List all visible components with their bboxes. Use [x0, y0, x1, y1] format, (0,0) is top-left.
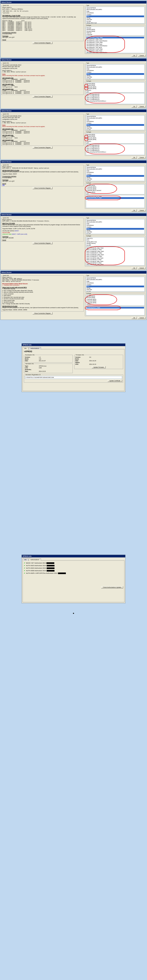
list-item[interactable]: Airbag: [86, 177, 144, 178]
list-item[interactable]: Dash BSI: [86, 127, 144, 129]
cancel-button[interactable]: Cancel: [138, 267, 145, 269]
list-item[interactable]: SPC560P44L3_Code_Flash: [86, 37, 144, 38]
list-item[interactable]: MPC<Configuration/A>: [86, 94, 144, 95]
list-item[interactable]: Microcontrollers MCU/MPU: [86, 169, 144, 170]
list-item[interactable]: Microcontrollers MCU/MPU: [86, 279, 144, 280]
list-item[interactable]: Data: [86, 68, 144, 70]
list-item[interactable]: MAC7116MAG50_Data_Flash: [86, 251, 144, 252]
list-item[interactable]: Microcontrollers MCU/MPU: [86, 118, 144, 119]
list-item[interactable]: SPC560P44L3_Data_Flash/Shadow: [86, 40, 144, 42]
list-item[interactable]: Renault (8024): [86, 295, 144, 297]
subtype-range-list[interactable]: Renault (8024)Renault (8048)Freescale (8…: [86, 133, 145, 143]
list-item[interactable]: Data: [86, 281, 144, 282]
list-item[interactable]: Airbag (MCC bus): [86, 22, 144, 24]
type-list[interactable]: Serial EEPROMMicrocontrollers MCU/MPUDat…: [86, 64, 145, 79]
subtype-device-list[interactable]: MPC<Configuration/A>MPC<Configuration/B>…: [86, 93, 145, 104]
list-item[interactable]: SPC560P44L5_Data_Flash: [86, 43, 144, 45]
list-item[interactable]: Airbag (MCC bus): [86, 241, 144, 243]
list-item[interactable]: Airbag: [86, 75, 144, 76]
show-connection-btn[interactable]: Show Connection Diagram: [32, 187, 52, 189]
check-auth-btn[interactable]: Check Authorizations Updates: [101, 586, 123, 589]
list-item[interactable]: Renault (8048): [86, 30, 144, 32]
list-item[interactable]: Airbag (Carbus): [86, 243, 144, 244]
list-item[interactable]: MPC<External EEPROM M95xxx>: [86, 151, 144, 153]
list-item[interactable]: MAC7141VAG50_Data_Flash: [86, 264, 144, 266]
list-item[interactable]: MAC7131VAF50_P_Flash: [86, 259, 144, 261]
list-item[interactable]: SPC560P50L3_Data_Flash/Shadow: [86, 52, 144, 53]
list-item[interactable]: MAC7141VAF50_P_Flash: [86, 262, 144, 264]
subtype-device-list[interactable]: SPC560P44L3_Code_FlashSPC560P44L3_Data_F…: [86, 36, 145, 53]
list-item[interactable]: SPC560P50L3_Data_Flash: [86, 50, 144, 52]
list-item[interactable]: Renault (8024): [86, 83, 144, 84]
type-list[interactable]: Serial EEPROMMicrocontrollers MCU/MPUDat…: [86, 166, 145, 181]
show-connection-btn[interactable]: Show Connection Diagram: [32, 146, 52, 149]
list-item[interactable]: MAC7111VAG50_P_Flash: [86, 249, 144, 250]
list-item[interactable]: Microcontrollers MCU/MPU: [86, 67, 144, 68]
list-item[interactable]: SPC560P44L5_Code_Flash: [86, 42, 144, 43]
update-firmware-btn[interactable]: Update Firmware: [92, 366, 106, 368]
list-item[interactable]: Ext BSI: [86, 291, 144, 292]
tab-info[interactable]: Info: [22, 558, 29, 561]
list-item[interactable]: SPC560P44L5_Test_Block: [86, 47, 144, 48]
list-item[interactable]: ECU: [86, 239, 144, 241]
list-item[interactable]: Freescale (8024): [86, 86, 144, 88]
subtype-range-list[interactable]: Renault (8024)Freescale (8024)Freescale …: [86, 184, 145, 194]
list-item[interactable]: Immobilizers: [86, 224, 144, 226]
list-item[interactable]: Data: [86, 119, 144, 121]
file-link[interactable]: File: [2, 184, 5, 186]
list-item[interactable]: Dash BSI: [86, 178, 144, 180]
list-item[interactable]: ECU: [86, 73, 144, 75]
list-item[interactable]: Serial EEPROM: [86, 220, 144, 221]
list-item[interactable]: Freescale: [86, 34, 144, 35]
list-item[interactable]: Serial EEPROM: [86, 277, 144, 279]
list-item[interactable]: Ext BSI: [86, 129, 144, 130]
list-item[interactable]: Serial EEPROM: [86, 7, 144, 9]
list-item[interactable]: MAC7116MAG50_P_Flash: [86, 252, 144, 254]
list-item[interactable]: Infineon: [86, 89, 144, 91]
list-item[interactable]: Dash BSI: [86, 289, 144, 291]
list-item[interactable]: ECU: [86, 228, 144, 229]
list-item[interactable]: Immobilizers: [86, 70, 144, 72]
list-item[interactable]: MPC<Configuration/D>: [86, 99, 144, 100]
list-item[interactable]: Clusters: [86, 226, 144, 228]
list-item[interactable]: Ext BSI: [86, 21, 144, 22]
list-item[interactable]: Immobilizers: [86, 172, 144, 173]
list-item[interactable]: Clusters: [86, 123, 144, 124]
list-item[interactable]: Data: [86, 11, 144, 12]
list-item[interactable]: Freescale (8008): [86, 300, 144, 302]
tab-info[interactable]: Info: [22, 347, 29, 350]
list-item[interactable]: MPC<Configuration/B>: [86, 95, 144, 97]
list-item[interactable]: SPC560P50L3_Code_Flash: [86, 48, 144, 50]
list-item[interactable]: Infineon (8024): [86, 191, 144, 193]
list-item[interactable]: Clear ECU: [86, 238, 144, 239]
list-item[interactable]: ST7: [86, 91, 144, 92]
subtype-range-list[interactable]: Renault (8024)Renault (8048)Freescale (8…: [86, 82, 145, 92]
list-item[interactable]: MPC<Configuration/B>: [86, 146, 144, 148]
list-item[interactable]: Freescale (8024): [86, 186, 144, 188]
list-item[interactable]: Serial EEPROM: [86, 65, 144, 67]
type-list[interactable]: Serial EEPROMMicrocontrollers MCU/MPUDat…: [86, 219, 145, 234]
list-item[interactable]: Freescale (8048): [86, 88, 144, 89]
list-item[interactable]: Airbag: [86, 230, 144, 231]
list-item[interactable]: Clusters: [86, 14, 144, 16]
ok-button[interactable]: Ok: [131, 105, 137, 108]
list-item[interactable]: ST7: [86, 193, 144, 194]
list-item[interactable]: Airbag: [86, 126, 144, 127]
list-item[interactable]: Dash BSI: [86, 231, 144, 233]
subtype-device-list[interactable]: MC9S12Q128_P_Flash: [86, 306, 145, 315]
list-item[interactable]: Freescale (8024): [86, 137, 144, 139]
list-item[interactable]: Clusters: [86, 173, 144, 175]
ok-button[interactable]: Ok: [131, 267, 137, 269]
show-connection-btn[interactable]: Show Connection Diagram: [32, 242, 52, 244]
list-item[interactable]: Microcontrollers MCU/MPU: [86, 9, 144, 10]
list-item[interactable]: Ext BSI: [86, 244, 144, 246]
subtype-device-list[interactable]: MPC<Configuration/A>MPC<Configuration/B>…: [86, 144, 145, 155]
list-item[interactable]: Renault (8048): [86, 297, 144, 299]
list-item[interactable]: Dash BSI: [86, 76, 144, 78]
list-item[interactable]: Immobilizers: [86, 12, 144, 14]
tab-auth[interactable]: Authorizations: [29, 558, 41, 561]
list-item[interactable]: Immobilizers: [86, 282, 144, 284]
list-item[interactable]: ST7: [86, 142, 144, 143]
cancel-button[interactable]: Cancel: [138, 209, 145, 212]
list-item[interactable]: MPC<External EEPROM M95xxx>: [86, 100, 144, 102]
